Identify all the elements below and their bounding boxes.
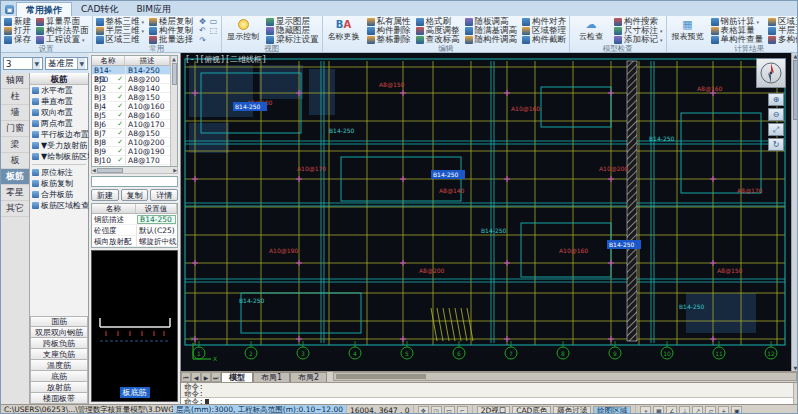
table-vertical-scrollbar[interactable]: ▲ (170, 56, 177, 166)
rebar-row[interactable]: BJ9✓A10@190 (92, 147, 170, 156)
layout-icon[interactable]: ▭ (444, 406, 455, 414)
floor-plan-drawing[interactable]: 123456789101112A8@200A8@150A10@160A8@160… (181, 53, 791, 371)
ribbon-tab-2[interactable]: CAD转化 (72, 2, 127, 16)
tool-绘制板筋区域[interactable]: ▼绘制板筋区域 (30, 151, 88, 162)
lasso-select-icon[interactable]: ⬚ (209, 26, 218, 35)
sidebar-item-墙[interactable]: 墙 (1, 105, 29, 121)
category-温度筋[interactable]: 温度筋 (30, 360, 88, 371)
selected-rebar-badge[interactable]: B14-250 (609, 241, 635, 248)
category-放射筋[interactable]: 放射筋 (30, 382, 88, 393)
drawing-canvas-area[interactable]: [-][俯视][二维线框] 123456789101112A8@200A8@15… (181, 53, 798, 371)
rebar-row[interactable]: B14-250B14-250 (92, 66, 170, 75)
tool-垂直布置[interactable]: 垂直布置 (30, 96, 88, 107)
ribbon-item-区域三维[interactable]: 区域三维 (96, 36, 145, 45)
sidebar-item-梁[interactable]: 梁 (1, 137, 29, 153)
tool-平行板边布置[interactable]: 平行板边布置 (30, 129, 88, 140)
selected-rebar-badge[interactable]: B14-250 (433, 171, 459, 178)
pan-icon[interactable]: ✥ (418, 406, 429, 414)
rebar-row[interactable]: BJ6✓A10@170 (92, 120, 170, 129)
sidebar-item-柱[interactable]: 柱 (1, 89, 29, 105)
sidebar-item-板筋[interactable]: 板筋 (1, 169, 29, 185)
tool-合并板筋[interactable]: 合并板筋 (30, 189, 88, 200)
rebar-row[interactable]: BJ7✓A8@150 (92, 129, 170, 138)
sidebar-item-轴网[interactable]: 轴网 (1, 73, 29, 89)
category-楼面板带[interactable]: 楼面板带 (30, 393, 88, 404)
rebar-row[interactable]: BJ3✓A8@150 (92, 93, 170, 102)
first-tab-icon[interactable]: ⏮ (181, 372, 191, 382)
app-logo-icon[interactable]: ▣ (5, 5, 14, 14)
sidebar-item-门窗[interactable]: 门窗 (1, 121, 29, 137)
category-跨板负筋[interactable]: 跨板负筋 (30, 338, 88, 349)
osnap-icon[interactable]: ↗ (692, 406, 703, 414)
tool-两点布置[interactable]: 两点布置 (30, 118, 88, 129)
viewport-controls[interactable]: [-][俯视][二维线框] (185, 54, 267, 65)
tool-原位标注[interactable]: 原位标注 (30, 167, 88, 178)
table-horizontal-scrollbar[interactable]: ◀▶ (91, 167, 178, 174)
setting-row[interactable]: 钢筋描述B14-250 (92, 214, 177, 225)
rect-select-icon[interactable]: ▭ (209, 17, 218, 26)
复制-button[interactable]: 复制 (121, 189, 149, 201)
grid-icon[interactable]: ▦ (653, 406, 664, 414)
big-button-显示控制[interactable]: 显示控制 (225, 17, 261, 42)
lwt-icon[interactable]: ▣ (731, 406, 742, 414)
status-button-CAD底色[interactable]: CAD底色 (512, 406, 551, 414)
setting-row[interactable]: 横向放射配筋螺旋折中线 (92, 236, 177, 247)
ribbon-item-随构件调高[interactable]: 随构件调高 (465, 36, 518, 45)
big-button-云检查[interactable]: ☁云检查 (573, 17, 609, 42)
tool-受力放射筋[interactable]: ▼受力放射筋 (30, 140, 88, 151)
rebar-row[interactable]: BJ1✓A8@200 (92, 75, 170, 84)
move-icon[interactable]: ✥ (198, 17, 207, 26)
setting-row[interactable]: 砼强度默认(C25) (92, 225, 177, 236)
big-button-名称更换[interactable]: BA名称更换 (326, 17, 362, 42)
viewport-icon[interactable]: ◳ (431, 406, 442, 414)
ribbon-item-整栋删除[interactable]: 整栋删除 (367, 36, 411, 45)
rebar-row[interactable]: BJ8✓A10@200 (92, 138, 170, 147)
ribbon-item-保存[interactable]: 保存 (4, 36, 31, 45)
status-button-颜色过滤[interactable]: 颜色过滤 (553, 406, 591, 414)
tool-板筋复制[interactable]: 板筋复制 (30, 178, 88, 189)
rebar-row[interactable]: BJ2✓A8@140 (92, 84, 170, 93)
rebar-filter-input[interactable] (91, 176, 178, 187)
category-双层双向钢筋[interactable]: 双层双向钢筋 (30, 327, 88, 338)
layer-select[interactable]: 基准层 ▼ (45, 57, 88, 70)
category-支座负筋[interactable]: 支座负筋 (30, 349, 88, 360)
rebar-row[interactable]: BJ5✓A8@160 (92, 111, 170, 120)
last-tab-icon[interactable]: ⏭ (211, 372, 221, 382)
status-button-绘图区域[interactable]: 绘图区域 (593, 406, 631, 414)
canvas-vertical-scrollbar[interactable]: ▲▼ (791, 53, 798, 371)
ortho-icon[interactable]: ∠ (666, 406, 677, 414)
canvas-horizontal-scrollbar[interactable] (333, 372, 797, 381)
category-底筋[interactable]: 底筋 (30, 371, 88, 382)
tab-布局1[interactable]: 布局1 (253, 372, 290, 382)
ribbon-tab-1[interactable]: 常用操作 (16, 2, 72, 16)
rebar-row[interactable]: BJ4✓A10@160 (92, 102, 170, 111)
rebar-row[interactable]: BJ10✓A8@170 (92, 156, 170, 165)
tool-板筋区域检查[interactable]: 板筋区域检查 (30, 200, 88, 211)
undo-icon[interactable]: ↶ (198, 26, 207, 35)
command-scrollbar[interactable] (793, 383, 798, 405)
ribbon-item-构件截断[interactable]: 构件截断 (522, 36, 566, 45)
tool-水平布置[interactable]: 水平布置 (30, 85, 88, 96)
sidebar-item-零星[interactable]: 零星 (1, 185, 29, 201)
tab-布局2[interactable]: 布局2 (290, 372, 327, 382)
ribbon-tab-3[interactable]: BIM应用 (127, 2, 180, 16)
zoom-extents-button[interactable]: ⤢ (768, 123, 784, 136)
next-tab-icon[interactable]: ▶ (201, 372, 211, 382)
新建-button[interactable]: 新建 (91, 189, 119, 201)
sidebar-item-板[interactable]: 板 (1, 153, 29, 169)
otrack-icon[interactable]: ▱ (705, 406, 716, 414)
selected-rebar-badge[interactable]: B14-250 (235, 103, 261, 110)
详情-button[interactable]: 详情 (150, 189, 178, 201)
tool-双向布置[interactable]: 双向布置 (30, 107, 88, 118)
status-button-2D视口[interactable]: 2D视口 (477, 406, 511, 414)
snap-icon[interactable]: ⌖ (640, 406, 651, 414)
zoom-in-button[interactable]: ⊕ (768, 93, 784, 106)
polar-icon[interactable]: ⊥ (679, 406, 690, 414)
orbit-button[interactable]: ↻ (768, 138, 784, 151)
dyn-icon[interactable]: + (718, 406, 729, 414)
floor-select[interactable]: 3 ▼ (3, 57, 43, 70)
compass-icon[interactable] (756, 58, 786, 88)
sidebar-item-其它[interactable]: 其它 (1, 201, 29, 217)
ucs-icon[interactable]: ⌐ (457, 406, 468, 414)
command-window[interactable]: 命令:命令: 命令: (181, 382, 798, 404)
